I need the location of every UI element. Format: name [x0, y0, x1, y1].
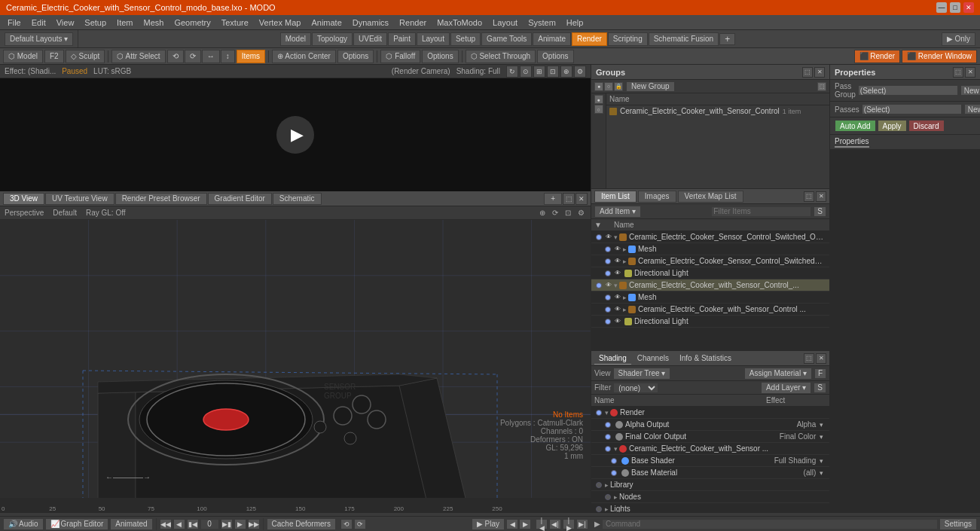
groups-expand-icon[interactable]: ⬚	[802, 67, 813, 78]
expand-icon-0[interactable]: ▾	[614, 233, 618, 241]
close-button[interactable]: ✕	[963, 2, 974, 13]
render-btn[interactable]: ⬛ Render	[854, 50, 901, 63]
graph-editor-btn[interactable]: 📈 Graph Editor	[45, 518, 109, 530]
menu-render[interactable]: Render	[395, 17, 431, 29]
filter-items-btn[interactable]: S	[814, 206, 826, 217]
eye-icon-3[interactable]: 👁	[614, 270, 621, 277]
transport-extra1[interactable]: ⟲	[340, 519, 353, 529]
settings-render-icon[interactable]: ⚙	[574, 66, 586, 78]
close-view-icon[interactable]: ✕	[575, 193, 588, 205]
shading-vis-0[interactable]	[594, 408, 603, 417]
tab-3d-view[interactable]: 3D View	[3, 193, 44, 205]
menu-setup[interactable]: Setup	[80, 17, 111, 29]
command-input[interactable]	[602, 519, 938, 529]
layouts-dropdown[interactable]: Default Layouts ▾	[5, 32, 73, 46]
shading-expand-6[interactable]: ▸	[605, 481, 609, 489]
transform-btn3[interactable]: ↔	[202, 50, 220, 63]
tab-topology[interactable]: Topology	[312, 32, 353, 46]
item-row-4[interactable]: 👁 ▾ Ceramic_Electric_Cooker_with_Sensor_…	[591, 279, 829, 291]
tab-render[interactable]: Render	[572, 32, 607, 46]
pan-icon[interactable]: ⊞	[533, 66, 545, 78]
apply-btn[interactable]: Apply	[878, 120, 907, 132]
tab-gradient-editor[interactable]: Gradient Editor	[208, 193, 272, 205]
menu-maxtomod[interactable]: MaxToModo	[432, 17, 487, 29]
menu-item[interactable]: Item	[112, 17, 137, 29]
shading-expand-7[interactable]: ▸	[614, 493, 618, 501]
view3d-settings[interactable]: ⚙	[575, 208, 586, 218]
options-btn1[interactable]: Options	[337, 50, 374, 63]
props-tab-properties[interactable]: Properties	[835, 137, 869, 148]
props-close-icon[interactable]: ✕	[965, 67, 975, 78]
expand-icon-5[interactable]: ▸	[623, 294, 627, 301]
expand-icon-6[interactable]: ▸	[623, 306, 627, 313]
vis-icon-3[interactable]	[603, 269, 612, 278]
eye-icon-6[interactable]: 👁	[614, 306, 621, 313]
groups-left-icon1[interactable]: ●	[594, 95, 603, 104]
minimize-button[interactable]: —	[936, 2, 947, 13]
groups-close-icon[interactable]: ✕	[814, 67, 825, 78]
add-tab-button[interactable]: +	[719, 33, 735, 45]
eye-icon-2[interactable]: 👁	[614, 258, 621, 265]
shading-vis-1[interactable]	[603, 420, 612, 429]
viewport-content[interactable]: SENSOR GROUP ←————→ +	[0, 220, 591, 498]
groups-left-icon2[interactable]: ○	[594, 105, 603, 114]
menu-mesh[interactable]: Mesh	[139, 17, 169, 29]
menu-layout[interactable]: Layout	[488, 17, 522, 29]
expand-icon-2[interactable]: ▸	[623, 258, 627, 265]
view3d-nav3[interactable]: ⊡	[563, 208, 573, 218]
shading-vis-5[interactable]	[609, 468, 618, 478]
cache-deformers-btn[interactable]: Cache Deformers	[267, 518, 336, 530]
tab-uvedit[interactable]: UVEdit	[353, 32, 387, 46]
shading-close-icon[interactable]: ✕	[816, 353, 826, 364]
shading-expand-3[interactable]: ▾	[614, 445, 618, 453]
eye-icon-0[interactable]: 👁	[605, 233, 612, 241]
items-tab-images[interactable]: Images	[638, 191, 676, 203]
shader-tree-btn[interactable]: Shader Tree ▾	[613, 368, 671, 380]
groups-vis2[interactable]: ○	[604, 82, 613, 91]
new-group-btn[interactable]: New Group	[626, 81, 675, 92]
expand-view-icon[interactable]: ⬚	[563, 193, 575, 205]
items-btn[interactable]: Items	[237, 50, 265, 63]
shading-tab-shading[interactable]: Shading	[594, 352, 631, 365]
transform-btn4[interactable]: ↕	[221, 50, 235, 63]
vis-icon-5[interactable]	[603, 293, 612, 302]
discard-btn[interactable]: Discard	[908, 120, 945, 132]
shading-row-lights[interactable]: ▸ Lights	[591, 503, 829, 512]
item-row-0[interactable]: 👁 ▾ Ceramic_Electric_Cooker_Sensor_Contr…	[591, 231, 829, 243]
vis-icon-6[interactable]	[603, 305, 612, 314]
shading-expand-8[interactable]: ▸	[605, 505, 609, 513]
view3d-nav2[interactable]: ⟳	[550, 208, 560, 218]
falloff-btn[interactable]: ⬡ Falloff	[380, 50, 420, 63]
menu-vertex-map[interactable]: Vertex Map	[255, 17, 306, 29]
shading-vis-4[interactable]	[609, 456, 618, 465]
shading-expand-0[interactable]: ▾	[605, 409, 609, 417]
vis-icon-0[interactable]	[594, 233, 603, 242]
render-window-btn[interactable]: ⬛ Render Window	[902, 50, 977, 63]
eye-icon-1[interactable]: 👁	[614, 246, 621, 253]
play-btn[interactable]: ▶ Play	[472, 518, 505, 530]
groups-lock[interactable]: 🔒	[614, 82, 623, 91]
action-center-btn[interactable]: ⊕ Action Center	[272, 50, 336, 63]
transform-btn1[interactable]: ⟲	[167, 50, 184, 63]
shading-row-base-shader[interactable]: Base Shader Full Shading ▾	[591, 455, 829, 467]
shading-row-library[interactable]: ▸ Library	[591, 479, 829, 491]
shading-row-alpha[interactable]: Alpha Output Alpha ▾	[591, 419, 829, 431]
shading-row-final[interactable]: Final Color Output Final Color ▾	[591, 431, 829, 443]
tab-layout[interactable]: Layout	[417, 32, 450, 46]
expand-icon-4[interactable]: ▾	[614, 282, 618, 289]
group-item-cooker[interactable]: Ceramic_Electric_Cooker_with_Sensor_Cont…	[606, 105, 829, 117]
tab-paint[interactable]: Paint	[388, 32, 416, 46]
eye-icon-7[interactable]: 👁	[614, 318, 621, 325]
item-row-3[interactable]: 👁 Directional Light	[591, 267, 829, 279]
pass-group-new-btn[interactable]: New	[960, 85, 980, 96]
filter-items-input[interactable]	[711, 206, 811, 217]
tab-scripting[interactable]: Scripting	[608, 32, 648, 46]
add-layer-btn[interactable]: Add Layer ▾	[761, 382, 811, 394]
prev-frame-btn[interactable]: ▮◀	[187, 519, 199, 529]
reset-icon[interactable]: ⊙	[520, 66, 532, 78]
tab-schematic[interactable]: Schematic	[273, 193, 322, 205]
menu-view[interactable]: View	[52, 17, 79, 29]
tab-schematic-fusion[interactable]: Schematic Fusion	[649, 32, 719, 46]
tab-uv-texture-view[interactable]: UV Texture View	[45, 193, 114, 205]
shading-vis-7[interactable]	[603, 493, 612, 502]
